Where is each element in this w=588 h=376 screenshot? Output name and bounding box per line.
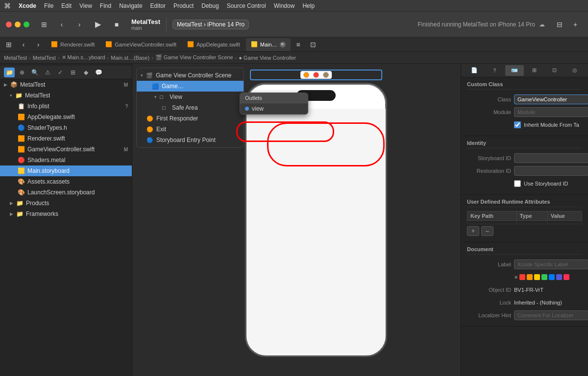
breadcrumb-storyboard[interactable]: ✕ Main.s…yboard (62, 54, 105, 61)
sidebar-tab-breakpoints[interactable]: ◆ (80, 68, 91, 77)
color-dot-yellow[interactable] (534, 274, 540, 280)
sidebar-item-shadertypes[interactable]: 🔵 ShaderTypes.h (0, 122, 132, 133)
tab-main-storyboard[interactable]: 🟨 Main… ✕ (246, 38, 291, 51)
menu-editor[interactable]: Editor (150, 2, 166, 9)
sidebar-toggle-button[interactable]: ⊞ (37, 18, 51, 31)
class-input[interactable] (514, 94, 588, 104)
tree-item-view[interactable]: ▾ □ View (137, 92, 244, 102)
tab-prev-button[interactable]: ‹ (17, 38, 30, 51)
tree-item-scene[interactable]: ▾ 🎬 Game View Controller Scene (137, 70, 244, 81)
sidebar-tab-tests[interactable]: ✓ (55, 68, 66, 77)
color-dot-orange[interactable] (527, 274, 533, 280)
color-dot-green[interactable] (541, 274, 547, 280)
menu-file[interactable]: File (44, 2, 53, 9)
use-storyboard-id-checkbox[interactable] (514, 180, 521, 187)
inspector-tab-identity[interactable]: 🪪 (505, 65, 524, 76)
menu-product[interactable]: Product (173, 2, 194, 9)
restoration-id-input[interactable] (514, 166, 588, 176)
breadcrumb-base[interactable]: Main.st…(Base) (111, 55, 149, 61)
menu-find[interactable]: Find (100, 2, 111, 9)
apple-menu[interactable]: ⌘ (4, 2, 11, 10)
sidebar-tab-files[interactable]: 📁 (4, 68, 15, 77)
sidebar-tab-search[interactable]: 🔍 (29, 68, 40, 77)
minimize-button[interactable] (15, 22, 21, 27)
module-row: Module (467, 106, 582, 118)
inspector-tab-connections[interactable]: ◎ (565, 65, 584, 76)
outlet-view[interactable]: view (240, 103, 308, 114)
inspector-document: Document Label ✕ Object ID (461, 242, 588, 327)
forward-button[interactable]: › (73, 18, 86, 31)
sidebar-item-renderer[interactable]: 🟧 Renderer.swift (0, 133, 132, 144)
tree-item-entry-point[interactable]: 🔵 Storyboard Entry Point (137, 135, 244, 145)
sidebar-item-appdelegate[interactable]: 🟧 AppDelegate.swift (0, 112, 132, 122)
tab-next-button[interactable]: › (31, 38, 45, 51)
menu-source-control[interactable]: Source Control (227, 2, 266, 9)
sidebar-item-assets[interactable]: 🎨 Assets.xcassets (0, 176, 132, 187)
storyboard-icon: 🟨 (251, 41, 258, 47)
sidebar-item-launchscreen[interactable]: 🎨 LaunchScreen.storyboard (0, 187, 132, 198)
breadcrumb-metaltest-1[interactable]: MetalTest (4, 55, 27, 61)
storyboard-id-input[interactable] (514, 153, 588, 163)
sidebar-tab-reports[interactable]: 💬 (93, 68, 104, 77)
inspector-tab-attributes[interactable]: ⊞ (525, 65, 544, 76)
sidebar-tab-debug[interactable]: ⊞ (68, 68, 78, 77)
add-attribute-button[interactable]: + (467, 226, 479, 236)
remove-attribute-button[interactable]: – (481, 226, 493, 236)
tree-item-controller[interactable]: ▾ 🟦 Game… (137, 81, 244, 92)
localizer-hint-input[interactable] (514, 310, 588, 320)
menu-debug[interactable]: Debug (201, 2, 219, 9)
close-button[interactable] (6, 22, 12, 27)
inspector-tab-quick-help[interactable]: ? (485, 65, 504, 76)
editor-layout-button[interactable]: ≡ (292, 38, 305, 51)
tab-gameviewcontroller-swift[interactable]: 🟧 GameViewController.swift (100, 38, 181, 51)
doc-label-input[interactable] (514, 259, 588, 269)
maximize-button[interactable] (24, 22, 29, 27)
menu-window[interactable]: Window (274, 2, 295, 9)
menu-navigate[interactable]: Navigate (119, 2, 142, 9)
color-dot-blue[interactable] (549, 274, 555, 280)
sidebar-item-metaltest-group[interactable]: ▾ 📁 MetalTest (0, 90, 132, 101)
outlet-label: view (252, 105, 264, 112)
lock-row: Lock Inherited - (Nothing) (467, 297, 582, 308)
sidebar-item-infoplist[interactable]: 📋 Info.plist ? (0, 101, 132, 112)
sidebar-item-products[interactable]: ▶ 📁 Products (0, 198, 132, 209)
menu-view[interactable]: View (79, 2, 92, 9)
tree-item-safearea[interactable]: □ Safe Area (137, 102, 244, 113)
breadcrumb-scene[interactable]: 🎬 Game View Controller Scene (155, 54, 233, 61)
breadcrumb-metaltest-2[interactable]: MetalTest (33, 55, 56, 61)
module-input[interactable] (514, 107, 588, 117)
tree-item-exit[interactable]: 🟠 Exit (137, 124, 244, 135)
split-editor-button[interactable]: ⊡ (306, 38, 320, 51)
canvas: ▾ 🎬 Game View Controller Scene ▾ 🟦 Game…… (132, 64, 461, 376)
back-button[interactable]: ‹ (55, 18, 69, 31)
breadcrumb-controller[interactable]: ● Game View Controller (239, 55, 296, 61)
run-button[interactable]: ▶ (90, 18, 106, 31)
tree-item-firstresponder[interactable]: 🟠 First Responder (137, 113, 244, 124)
inspector-tab-file[interactable]: 📄 (465, 65, 484, 76)
menu-help[interactable]: Help (302, 2, 315, 9)
restoration-id-label: Restoration ID (467, 168, 511, 174)
color-dot-red[interactable] (519, 274, 525, 280)
color-dot-purple[interactable] (556, 274, 562, 280)
sidebar-item-metaltest-root[interactable]: ▶ 📦 MetalTest M (0, 79, 132, 90)
color-dot-pink[interactable] (564, 274, 569, 280)
menu-edit[interactable]: Edit (61, 2, 72, 9)
add-button[interactable]: + (568, 18, 582, 31)
stop-button[interactable]: ■ (110, 18, 123, 31)
tab-renderer-swift[interactable]: 🟧 Renderer.swift (46, 38, 99, 51)
scheme-selector[interactable]: MetalTest › iPhone 14 Pro (172, 20, 249, 29)
inherit-checkbox[interactable] (514, 121, 521, 128)
app-name[interactable]: Xcode (19, 2, 36, 9)
sidebar-item-main-storyboard[interactable]: 🟨 Main.storyboard (0, 165, 132, 176)
sidebar-item-gameviewcontroller[interactable]: 🟧 GameViewController.swift M (0, 144, 132, 155)
module-label: Module (467, 109, 511, 115)
sidebar-tab-issues[interactable]: ⚠ (42, 68, 53, 77)
tab-appdelegate-swift[interactable]: 🟧 AppDelegate.swift (182, 38, 245, 51)
tab-close-button[interactable]: ✕ (280, 42, 286, 47)
inspector-toggle-button[interactable]: ⊟ (553, 18, 566, 31)
grid-view-button[interactable]: ⊞ (2, 38, 16, 51)
sidebar-item-frameworks[interactable]: ▶ 📁 Frameworks (0, 209, 132, 219)
sidebar-item-shaders[interactable]: 🔴 Shaders.metal (0, 155, 132, 165)
sidebar-tab-symbols[interactable]: ⊕ (17, 68, 27, 77)
inspector-tab-size[interactable]: ⊡ (545, 65, 564, 76)
